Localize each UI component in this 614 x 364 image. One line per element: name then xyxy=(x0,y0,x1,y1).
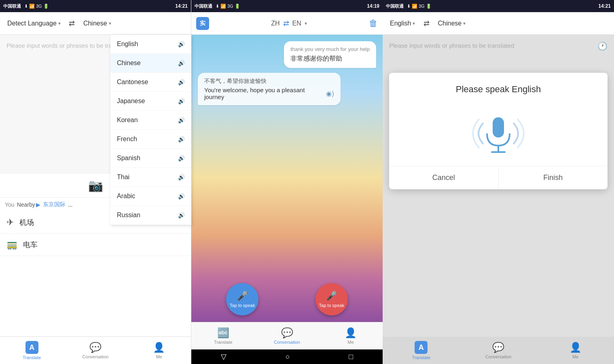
history-icon[interactable]: 🕐 xyxy=(597,41,608,51)
trash-icon[interactable]: 🗑 xyxy=(369,18,378,29)
swap-icon-p3[interactable]: ⇄ xyxy=(421,18,432,29)
navigation-icon: ▶ xyxy=(36,201,40,208)
speaker-icon-bubble[interactable]: ◉) xyxy=(326,90,334,97)
source-lang-btn-p1[interactable]: Detect Language ▾ xyxy=(5,18,63,29)
translate-icon-p2-nav: 🔤 xyxy=(217,327,229,339)
panel-translate-dropdown: 中国联通 ⬇ 📶 3G 🔋 14:21 Detect Language ▾ ⇄ … xyxy=(0,0,191,364)
source-lang-label-p1: Detect Language xyxy=(7,20,57,27)
signal-icon-p3: 3G xyxy=(419,4,425,8)
nav-me-p3[interactable]: 👤 Me xyxy=(537,337,614,364)
download-icon: ⬇ xyxy=(24,4,28,9)
dropdown-item-french[interactable]: French 🔊 xyxy=(110,130,191,149)
speaker-icon-7[interactable]: 🔊 xyxy=(178,155,185,161)
train-label: 电车 xyxy=(23,240,38,250)
back-btn[interactable]: ▽ xyxy=(221,352,227,361)
speaker-icon-6[interactable]: 🔊 xyxy=(178,136,185,142)
nav-me-p2[interactable]: 👤 Me xyxy=(319,322,383,349)
bottom-nav-p3: A Translate 💬 Conversation 👤 Me xyxy=(383,336,614,364)
status-bar-p2: 中国联通 ⬇ 📶 3G 🔋 14:19 xyxy=(191,0,383,12)
zh-code: ZH xyxy=(271,20,279,27)
translate-icon-p2: 实 xyxy=(196,17,209,30)
ellipsis: ... xyxy=(68,201,73,208)
target-lang-btn-p1[interactable]: Chinese ▾ xyxy=(81,18,114,29)
speaker-icon[interactable]: 🔊 xyxy=(178,41,185,47)
mic-icon-right: 🎤 xyxy=(326,291,337,301)
home-btn[interactable]: ○ xyxy=(286,353,290,361)
camera-icon[interactable]: 📷 xyxy=(88,178,103,193)
dialog-actions: Cancel Finish xyxy=(389,166,608,189)
french-option: French xyxy=(117,135,137,143)
translate-label-p3: Translate xyxy=(412,355,430,360)
status-bar-p1: 中国联通 ⬇ 📶 3G 🔋 14:21 xyxy=(0,0,191,12)
dropdown-item-spanish[interactable]: Spanish 🔊 xyxy=(110,149,191,168)
speaker-icon-3[interactable]: 🔊 xyxy=(178,79,185,85)
list-item[interactable]: 🚃 电车 xyxy=(0,234,191,256)
you-label: You xyxy=(5,201,15,208)
target-lang-btn-p3[interactable]: Chinese ▾ xyxy=(435,18,468,29)
dropdown-item-cantonese[interactable]: Cantonese 🔊 xyxy=(110,73,191,92)
dialog-mic-area xyxy=(389,101,608,166)
nav-conversation-p3[interactable]: 💬 Conversation xyxy=(460,337,537,364)
nav-me-p1[interactable]: 👤 Me xyxy=(127,337,191,364)
nav-translate-p1[interactable]: A Translate xyxy=(0,337,64,364)
status-icons-p2: ⬇ 📶 3G 🔋 xyxy=(216,4,240,9)
translate-label-p2: Translate xyxy=(214,340,232,345)
translated-text-1: 非常感谢你的帮助 xyxy=(290,55,370,63)
chat-bubble-incoming: 不客气，希望你旅途愉快 You're welcome, hope you a p… xyxy=(198,73,341,105)
battery-icon-p3: 🔋 xyxy=(426,4,432,9)
chat-bubble-outgoing: thank you very much for your help 非常感谢你的… xyxy=(284,41,376,68)
status-bar-p3: 中国联通 ⬇ 📶 3G 🔋 14:21 xyxy=(383,0,614,12)
arabic-option: Arabic xyxy=(117,193,135,200)
recents-btn[interactable]: □ xyxy=(349,353,353,361)
nav-translate-p3[interactable]: A Translate xyxy=(383,337,460,364)
signal-icon: 3G xyxy=(36,4,42,8)
speak-btn-right[interactable]: 🎤 Tap to speak xyxy=(315,283,348,315)
time-p2: 14:19 xyxy=(367,3,379,9)
cancel-button[interactable]: Cancel xyxy=(389,166,499,189)
chinese-option: Chinese xyxy=(117,59,141,67)
en-code: EN xyxy=(292,20,301,27)
download-icon-p3: ⬇ xyxy=(407,4,411,9)
dropdown-item-english[interactable]: English 🔊 xyxy=(110,35,191,54)
dropdown-item-thai[interactable]: Thai 🔊 xyxy=(110,168,191,187)
speaker-icon-9[interactable]: 🔊 xyxy=(178,193,185,199)
dropdown-item-russian[interactable]: Russian 🔊 xyxy=(110,206,191,225)
panel-conversation: 中国联通 ⬇ 📶 3G 🔋 14:19 实 ZH ⇄ EN ▾ 🗑 thank … xyxy=(191,0,383,364)
battery-icon: 🔋 xyxy=(43,4,49,9)
conversation-icon-p3: 💬 xyxy=(492,342,504,353)
nearby-label: Nearby xyxy=(17,201,35,208)
speaker-icon-10[interactable]: 🔊 xyxy=(178,212,185,218)
nav-conversation-p1[interactable]: 💬 Conversation xyxy=(64,337,127,364)
mic-icon-left: 🎤 xyxy=(237,291,248,301)
carrier-p3: 中国联通 xyxy=(386,3,404,9)
speak-btn-left[interactable]: 🎤 Tap to speak xyxy=(226,283,258,315)
dropdown-item-korean[interactable]: Korean 🔊 xyxy=(110,111,191,130)
swap-icon-p2[interactable]: ⇄ xyxy=(283,19,289,28)
swap-languages-icon[interactable]: ⇄ xyxy=(66,18,78,29)
chevron-down-p2[interactable]: ▾ xyxy=(305,21,307,26)
input-placeholder-p3: Please input words or phrases to be tran… xyxy=(389,41,514,51)
nav-translate-p2[interactable]: 🔤 Translate xyxy=(191,322,255,349)
cantonese-option: Cantonese xyxy=(117,78,148,86)
speaker-icon-8[interactable]: 🔊 xyxy=(178,174,185,180)
source-lang-btn-p3[interactable]: English ▾ xyxy=(387,18,417,29)
speak-label-left: Tap to speak xyxy=(230,303,255,308)
location-text: 东京国际 xyxy=(43,201,66,208)
download-icon-p2: ⬇ xyxy=(216,4,219,9)
dropdown-item-arabic[interactable]: Arabic 🔊 xyxy=(110,187,191,206)
speaker-icon-2[interactable]: 🔊 xyxy=(178,60,185,66)
dropdown-item-japanese[interactable]: Japanese 🔊 xyxy=(110,92,191,111)
source-zh: 不客气，希望你旅途愉快 xyxy=(204,78,334,85)
finish-button[interactable]: Finish xyxy=(499,166,608,189)
toolbar-p3: English ▾ ⇄ Chinese ▾ xyxy=(383,12,614,35)
airplane-icon: ✈ xyxy=(6,217,14,228)
speaker-icon-5[interactable]: 🔊 xyxy=(178,117,185,123)
speaker-icon-4[interactable]: 🔊 xyxy=(178,98,185,104)
speak-buttons-area: 🎤 Tap to speak 🎤 Tap to speak xyxy=(191,283,383,315)
me-icon-p1: 👤 xyxy=(153,342,165,353)
nav-conversation-p2[interactable]: 💬 Conversation xyxy=(255,322,319,349)
signal-icon-p2: 3G xyxy=(227,4,233,8)
dropdown-item-chinese[interactable]: Chinese 🔊 xyxy=(110,54,191,73)
lang-pair-p2: ZH ⇄ EN ▾ xyxy=(271,19,307,28)
me-label-p3: Me xyxy=(572,354,578,359)
